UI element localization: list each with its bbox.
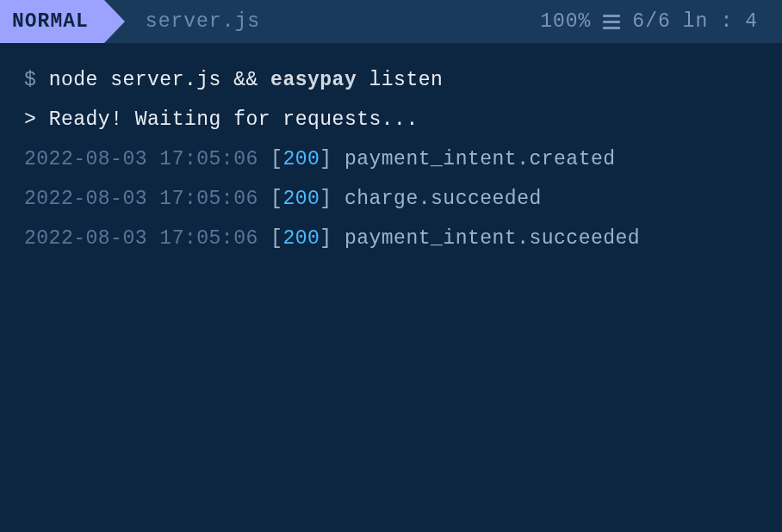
log-entry: 2022-08-03 17:05:06 [200] payment_intent… — [24, 148, 758, 170]
line-label: ln — [683, 10, 709, 33]
line-position: 6/6 — [632, 10, 670, 33]
log-entry: 2022-08-03 17:05:06 [200] payment_intent… — [24, 227, 758, 250]
ready-line: > Ready! Waiting for requests... — [24, 108, 758, 131]
log-status-code: 200 — [282, 188, 320, 210]
log-event-name: charge.succeeded — [344, 188, 542, 210]
scroll-percent: 100% — [540, 10, 591, 33]
log-bracket-close: ] — [320, 227, 344, 250]
log-status-code: 200 — [282, 227, 320, 250]
log-entry: 2022-08-03 17:05:06 [200] charge.succeed… — [24, 188, 758, 210]
command-part1: node server.js && — [49, 69, 270, 91]
log-timestamp: 2022-08-03 17:05:06 — [24, 148, 258, 170]
log-status-code: 200 — [282, 148, 320, 170]
brand-name: easypay — [270, 69, 357, 91]
output-prefix: > — [24, 108, 36, 131]
log-event-name: payment_intent.succeeded — [344, 227, 640, 250]
log-bracket-open: [ — [270, 148, 282, 170]
vim-mode-text: NORMAL — [12, 10, 89, 33]
shell-prompt: $ — [24, 69, 36, 91]
ready-message: Ready! Waiting for requests... — [49, 108, 419, 131]
editor-status-bar: NORMAL server.js 100% 6/6 ln : 4 — [0, 0, 782, 43]
status-right-group: 100% 6/6 ln : 4 — [540, 10, 782, 33]
separator-colon: : — [720, 10, 733, 33]
log-bracket-open: [ — [270, 188, 282, 210]
log-timestamp: 2022-08-03 17:05:06 — [24, 227, 258, 250]
current-filename: server.js — [146, 10, 260, 33]
log-bracket-open: [ — [270, 227, 282, 250]
column-position: 4 — [745, 10, 758, 33]
command-line: $ node server.js && easypay listen — [24, 69, 758, 91]
terminal-output[interactable]: $ node server.js && easypay listen > Rea… — [0, 43, 782, 293]
log-bracket-close: ] — [320, 148, 344, 170]
log-bracket-close: ] — [320, 188, 344, 210]
log-event-name: payment_intent.created — [344, 148, 616, 170]
vim-mode-badge: NORMAL — [0, 0, 104, 43]
command-part2: listen — [357, 69, 443, 91]
log-timestamp: 2022-08-03 17:05:06 — [24, 188, 258, 210]
menu-icon — [603, 15, 620, 29]
